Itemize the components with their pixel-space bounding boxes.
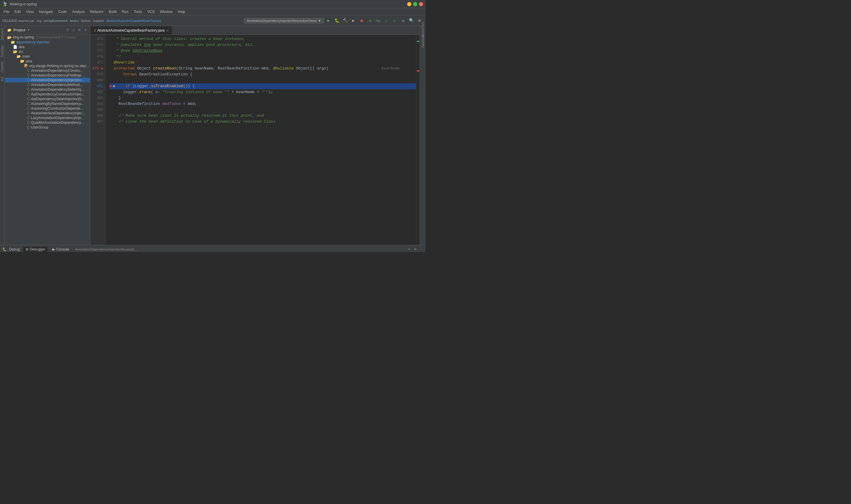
gear-icon[interactable]: ⚙ xyxy=(77,28,82,33)
console-icon: ▶ xyxy=(52,247,55,251)
menu-help[interactable]: Help xyxy=(176,9,188,15)
git-check[interactable]: ✓ xyxy=(383,17,390,24)
breadcrumb-springframework[interactable]: springframework xyxy=(43,19,67,22)
tree-src[interactable]: 📂 src xyxy=(5,49,90,54)
debug-tab-console[interactable]: ▶ Console xyxy=(50,247,72,252)
line-num-473: 473 xyxy=(90,36,103,42)
tree-root[interactable]: 📂 king-in-spring D:\workspace\极客学习\sprin… xyxy=(5,35,90,40)
restful-tool-label[interactable]: RestfulTool xyxy=(420,27,425,32)
tree-module[interactable]: 📁 dependency-injection xyxy=(5,40,90,44)
sync-icon[interactable]: ⟳ xyxy=(65,28,70,33)
rerun-button[interactable]: ↺ xyxy=(366,17,374,24)
tree-class-9[interactable]: C AutowiringConstructorDepende... xyxy=(5,106,90,111)
debugger-icon: ⚙ xyxy=(25,247,29,251)
right-sidebar: RestfulTool Database xyxy=(420,26,426,245)
toolbar-buttons: ▶ 🐛 🔨 ▶ ◼ ↺ Git: ✓ ✓ ↺ 🔍 ⚙ xyxy=(325,17,423,24)
menu-refactor[interactable]: Refactor xyxy=(88,9,106,15)
breadcrumb-support[interactable]: support xyxy=(93,19,104,22)
breadcrumb-jar[interactable]: RELEASE-sources.jar xyxy=(2,19,34,22)
menu-tools[interactable]: Tools xyxy=(131,9,144,15)
coverage-button[interactable]: ▶ xyxy=(350,17,357,24)
tree-class-4[interactable]: C AnnotationDependencyMethod... xyxy=(5,83,90,87)
search-button[interactable]: 🔍 xyxy=(408,17,415,24)
line-num-479: 479 xyxy=(90,72,103,77)
close-button[interactable]: ✕ xyxy=(419,2,423,6)
editor-tab-main[interactable]: J AbstractAutowireCapableBeanFactory.jav… xyxy=(90,26,173,35)
commit-label[interactable]: Commit xyxy=(0,60,4,74)
debugger-label: Debugger xyxy=(30,247,46,251)
breadcrumb-class[interactable]: AbstractAutowireCapableBeanFactory xyxy=(106,19,161,22)
hide-icon[interactable]: ✕ xyxy=(83,28,88,33)
menu-run[interactable]: Run xyxy=(120,9,131,15)
build-button[interactable]: 🔨 xyxy=(342,17,349,24)
menu-navigate[interactable]: Navigate xyxy=(37,9,55,15)
tree-main[interactable]: 📂 main xyxy=(5,54,90,59)
class9-icon: C xyxy=(27,106,30,110)
database-label[interactable]: Database xyxy=(420,39,425,44)
menu-code[interactable]: Code xyxy=(56,9,69,15)
breadcrumb-org[interactable]: org xyxy=(37,19,41,22)
close-icon[interactable]: ✕ xyxy=(408,248,411,251)
tree-class-11[interactable]: C LazyAnnotationDependencyInje... xyxy=(5,115,90,120)
tree-class-5[interactable]: C AnnotationDependencySetterInj... xyxy=(5,87,90,92)
class2-label: AnnotationDependencyFieldInje... xyxy=(31,73,84,77)
code-line-474: * populates the bean instance, applies p… xyxy=(109,42,416,48)
title-bar: 🍃 thinking-in-spring － □ ✕ xyxy=(0,0,426,8)
tree-class-10[interactable]: C AwareInterfaceDependencyInjec... xyxy=(5,111,90,115)
debug-session-label: AnnotationDependencyInjectionResolutio..… xyxy=(75,248,137,251)
menu-file[interactable]: File xyxy=(1,9,12,15)
settings-icon[interactable]: ⚙ xyxy=(414,248,417,251)
project-header-icons: ⟳ ≡ ⚙ ✕ xyxy=(65,28,88,33)
scroll-indicators xyxy=(416,35,420,245)
breadcrumb-beans[interactable]: beans xyxy=(70,19,78,22)
tree-class-13[interactable]: C UserGroup xyxy=(5,125,90,130)
editor-area: J AbstractAutowireCapableBeanFactory.jav… xyxy=(90,26,420,245)
menu-edit[interactable]: Edit xyxy=(12,9,23,15)
tree-class-1[interactable]: C AnnotationDependencyConstru... xyxy=(5,68,90,73)
minimize-panel-icon[interactable]: － xyxy=(420,247,423,251)
root-icon: 📂 xyxy=(7,35,12,40)
module-label: dependency-injection xyxy=(16,40,50,44)
tree-class-2[interactable]: C AnnotationDependencyFieldInje... xyxy=(5,73,90,78)
code-line-487: // clone the bean definition in case of … xyxy=(109,119,416,125)
tab-close-icon[interactable]: ✕ xyxy=(166,29,169,32)
class1-icon: C xyxy=(27,69,30,73)
menu-vcs[interactable]: VCS xyxy=(145,9,157,15)
debug-tab-debugger[interactable]: ⚙ Debugger xyxy=(23,247,48,252)
menu-window[interactable]: Window xyxy=(158,9,175,15)
window-controls[interactable]: － □ ✕ xyxy=(407,2,423,6)
menu-build[interactable]: Build xyxy=(106,9,119,15)
git-branch[interactable]: ✓ xyxy=(391,17,398,24)
code-content[interactable]: ↓ ↓ * Central method of this class: crea… xyxy=(106,35,416,245)
line-num-486: 486 xyxy=(90,113,103,119)
project-icon: 📁 xyxy=(7,28,12,32)
tree-class-12[interactable]: C QualifierAnnotationDependency... xyxy=(5,120,90,125)
undo-button[interactable]: ↺ xyxy=(399,17,406,24)
run-config[interactable]: AnnotationDependencyInjectionResolutionD… xyxy=(244,18,324,23)
structure-label[interactable]: Structure xyxy=(0,26,4,43)
favorites-label[interactable]: Favorites xyxy=(0,43,4,60)
code-line-483: } xyxy=(109,95,416,101)
code-line-481: ● ◆ if (Logger.isTraceEnabled()) { xyxy=(109,83,416,89)
tree-package[interactable]: 📦 org.xiaoge.thinking.in.spring.ioc.dep.… xyxy=(5,64,90,68)
run-button[interactable]: ▶ xyxy=(325,17,332,24)
collapse-icon[interactable]: ≡ xyxy=(71,28,76,33)
ant-label[interactable]: Ant xyxy=(0,74,4,84)
maximize-button[interactable]: □ xyxy=(413,2,417,6)
code-line-482: logger.trace( o: "Creating instance of b… xyxy=(109,89,416,95)
breadcrumb-factory[interactable]: factory xyxy=(81,19,91,22)
tree-java[interactable]: 📂 java xyxy=(5,59,90,64)
tree-class-6[interactable]: C ApiDependencyConstructorInjec... xyxy=(5,92,90,96)
menu-analyze[interactable]: Analyze xyxy=(70,9,87,15)
line-num-487: 487 xyxy=(90,119,103,125)
debug-button[interactable]: 🐛 xyxy=(333,17,340,24)
src-icon: 📂 xyxy=(13,50,17,54)
tree-dea[interactable]: 📄 dea xyxy=(5,44,90,49)
project-tree: 📂 king-in-spring D:\workspace\极客学习\sprin… xyxy=(5,34,90,245)
stop-button[interactable]: ◼ xyxy=(358,17,365,24)
menu-view[interactable]: View xyxy=(24,9,36,15)
tree-class-8[interactable]: C AutowiringByNameDependency... xyxy=(5,101,90,106)
tree-class-3[interactable]: C AnnotationDependencyInjection... xyxy=(5,78,90,83)
tree-class-7[interactable]: C ApiDependencySetterInjectionD... xyxy=(5,96,90,101)
minimize-button[interactable]: － xyxy=(407,2,411,6)
